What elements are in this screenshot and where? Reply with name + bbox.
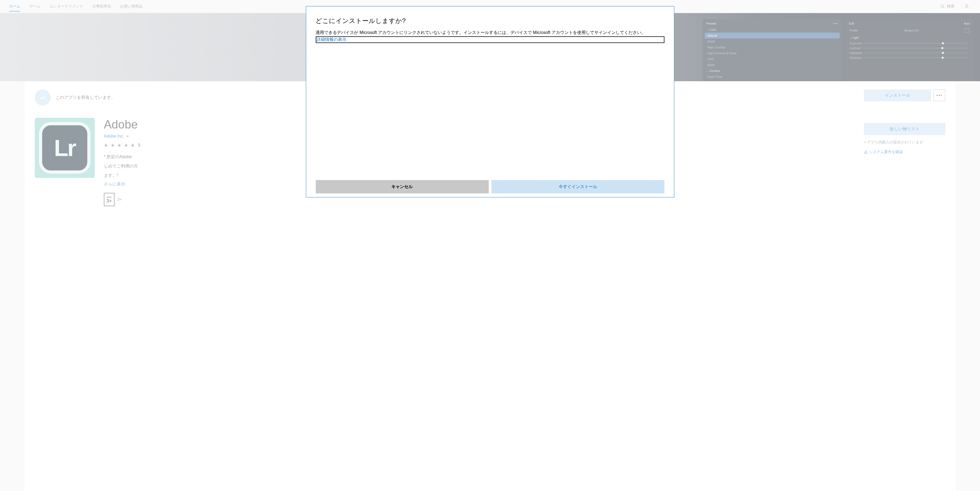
dialog-more-info-link[interactable]: 詳細情報の表示: [315, 36, 664, 43]
dialog-install-now-button[interactable]: 今すぐインストール: [492, 180, 665, 193]
dialog-title: どこにインストールしますか?: [315, 17, 664, 25]
dialog-body: 適用できるデバイスが Microsoft アカウントにリンクされていないようです…: [315, 29, 664, 36]
install-where-dialog: どこにインストールしますか? 適用できるデバイスが Microsoft アカウン…: [305, 6, 674, 198]
dialog-cancel-button[interactable]: キャンセル: [315, 180, 488, 193]
